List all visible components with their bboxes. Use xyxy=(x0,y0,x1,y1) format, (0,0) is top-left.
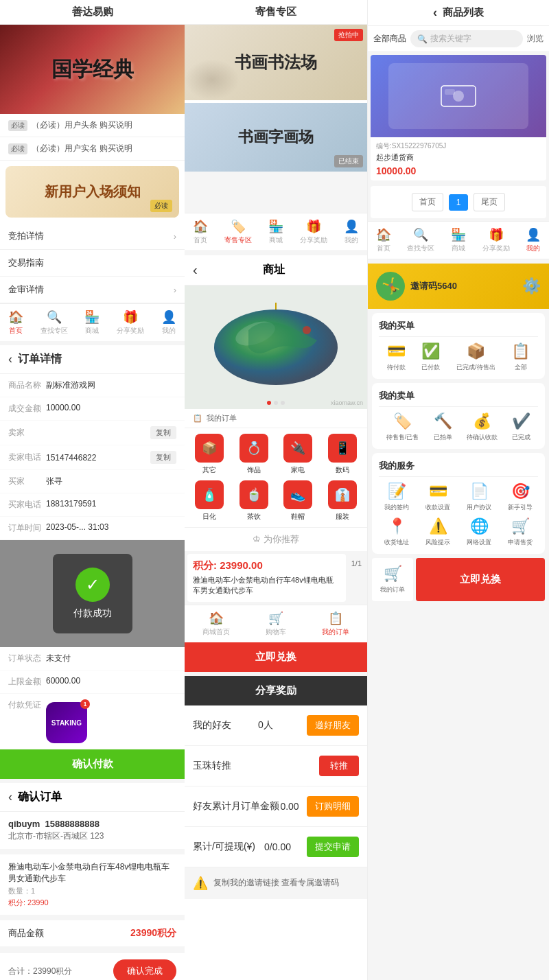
service-risk[interactable]: ⚠️ 风险提示 xyxy=(420,517,456,547)
confirm-title: 确认订单 xyxy=(18,790,62,804)
col3-nav-search[interactable]: 🔍 查找专区 xyxy=(407,227,434,253)
confirm-header: ‹ 确认订单 xyxy=(0,783,185,812)
store-redeem-btn[interactable]: 立即兑换 xyxy=(185,642,367,672)
category-shoes-label: 鞋帽 xyxy=(291,512,305,522)
col1-menu3[interactable]: 金审详情 › xyxy=(0,277,185,303)
order-status-all[interactable]: 📋 全部 xyxy=(511,342,530,372)
store-nav-home[interactable]: 🏠 商城首页 xyxy=(202,611,230,637)
service-contract[interactable]: 📝 我的签约 xyxy=(379,482,414,512)
share-monthly-btn[interactable]: 订购明细 xyxy=(307,796,359,817)
category-appliance[interactable]: 🔌 家电 xyxy=(279,434,318,475)
my-bottom-bar: 🛒 我的订单 立即兑换 xyxy=(372,558,545,601)
confirm-pay-btn[interactable]: 确认付款 xyxy=(0,749,185,779)
category-jewelry[interactable]: 💍 饰品 xyxy=(235,434,274,475)
prev-page-btn[interactable]: 首页 xyxy=(412,193,443,211)
order-status-pending[interactable]: 💳 待付款 xyxy=(387,342,406,372)
next-page-btn[interactable]: 尾页 xyxy=(474,193,505,211)
service-sell[interactable]: 🛒 申请售货 xyxy=(502,517,538,547)
my-gear-icon[interactable]: ⚙️ xyxy=(522,277,541,295)
service-guide[interactable]: 🎯 新手引导 xyxy=(502,482,538,512)
category-daily[interactable]: 🧴 日化 xyxy=(190,480,229,522)
sell-status-bid[interactable]: 🔨 已拍单 xyxy=(434,412,452,442)
store-nav-icon: 🏪 xyxy=(84,310,100,325)
svg-rect-6 xyxy=(445,89,455,95)
share-monthly-value: 0.00 xyxy=(280,801,299,812)
col3-browse-btn[interactable]: 浏览 xyxy=(527,33,544,45)
field-value-buyer: 张寻 xyxy=(46,476,62,487)
col1-nav-store[interactable]: 🏪 商城 xyxy=(84,310,100,336)
sell-status-done[interactable]: ✔️ 已完成 xyxy=(512,412,530,442)
col3-nav-home[interactable]: 🏠 首页 xyxy=(376,227,391,253)
order-field-limit: 上限金额 60000.00 xyxy=(0,670,185,694)
seller-phone-copy-btn[interactable]: 复制 xyxy=(150,451,176,464)
col1-promo-badge: 必读 xyxy=(150,200,172,212)
col3-product-price: 10000.00 xyxy=(376,165,541,176)
col2-nav-home[interactable]: 🏠 首页 xyxy=(193,219,208,245)
pending-icon: 💳 xyxy=(387,342,406,360)
col2-banner1[interactable]: 书画书法场 抢拍中 xyxy=(185,25,367,100)
store-nav-cart[interactable]: 🛒 购物车 xyxy=(266,611,286,637)
search-icon: 🔍 xyxy=(417,34,428,44)
current-page-btn[interactable]: 1 xyxy=(449,194,469,211)
col1-nav-my[interactable]: 👤 我的 xyxy=(161,310,176,336)
order-status-paid[interactable]: ✅ 已付款 xyxy=(421,342,440,372)
category-other-label: 其它 xyxy=(202,465,216,475)
col2-nav-share[interactable]: 🎁 分享奖励 xyxy=(300,219,327,245)
share-withdraw-btn[interactable]: 提交申请 xyxy=(307,837,359,857)
col2-banner2[interactable]: 书画字画场 已结束 xyxy=(185,103,367,172)
svg-point-2 xyxy=(303,326,311,334)
service-network[interactable]: 🌐 网络设置 xyxy=(461,517,497,547)
confirm-submit-btn[interactable]: 确认完成 xyxy=(113,959,176,980)
category-clothes[interactable]: 👔 服装 xyxy=(323,480,362,522)
store-product-name: 雅迪电动车小金禁电动自行车48v锂电电瓶车男女通勤代步车 xyxy=(193,575,340,596)
my-invite-code: 邀请码5640 xyxy=(410,280,457,292)
col1-nav-share[interactable]: 🎁 分享奖励 xyxy=(117,310,144,336)
my-sell-items: 🏷️ 待售售/已售 🔨 已拍单 💰 待确认收款 ✔️ 已完成 xyxy=(379,412,538,442)
col1-menu1[interactable]: 竞拍详情 › xyxy=(0,223,185,250)
col3-back-icon[interactable]: ‹ xyxy=(433,5,437,20)
col1-nav-search[interactable]: 🔍 查找专区 xyxy=(40,310,68,336)
category-digital-label: 数码 xyxy=(336,465,349,475)
col2-nav-consign[interactable]: 🏷️ 寄售专区 xyxy=(224,219,252,245)
category-other[interactable]: 📦 其它 xyxy=(190,434,229,475)
sell-pending-label: 待售售/已售 xyxy=(386,433,419,442)
col3-search-box[interactable]: 🔍 搜索关键字 xyxy=(410,30,523,47)
order-status-completed[interactable]: 📦 已完成/待售出 xyxy=(456,342,495,372)
share-jade-btn[interactable]: 转推 xyxy=(319,756,359,776)
menu1-arrow: › xyxy=(174,231,176,242)
col3-product-name: 起步通货商 xyxy=(376,152,541,163)
col3-share-label: 分享奖励 xyxy=(482,244,510,253)
sell-status-confirm[interactable]: 💰 待确认收款 xyxy=(467,412,498,442)
pay-success-text: 付款成功 xyxy=(73,607,112,620)
col3-product-card[interactable]: 编号:SX15222976705J 起步通货商 10000.00 xyxy=(371,55,546,180)
col2-nav-my[interactable]: 👤 我的 xyxy=(344,219,359,245)
col3-nav: 🏠 首页 🔍 查找专区 🏪 商城 🎁 分享奖励 👤 我的 xyxy=(368,221,549,259)
col3-nav-share[interactable]: 🎁 分享奖励 xyxy=(482,227,510,253)
store-nav-orders[interactable]: 📋 我的订单 xyxy=(322,611,349,637)
my-nav-icon: 👤 xyxy=(161,310,176,325)
category-digital[interactable]: 📱 数码 xyxy=(323,434,362,475)
service-address[interactable]: 📍 收货地址 xyxy=(379,517,414,547)
category-shoes[interactable]: 👟 鞋帽 xyxy=(279,480,318,522)
category-clothes-label: 服装 xyxy=(336,512,349,522)
my-cart-btn[interactable]: 🛒 我的订单 xyxy=(372,558,413,601)
col3-nav-my[interactable]: 👤 我的 xyxy=(526,227,541,253)
share-friends-btn[interactable]: 邀好朋友 xyxy=(307,715,359,736)
category-tea[interactable]: 🍵 茶饮 xyxy=(235,480,274,522)
confirm-back-icon[interactable]: ‹ xyxy=(8,790,12,804)
service-agreement[interactable]: 📄 用户协议 xyxy=(461,482,497,512)
service-payment[interactable]: 💳 收款设置 xyxy=(420,482,456,512)
order-back-icon[interactable]: ‹ xyxy=(8,352,12,366)
col1-nav-home[interactable]: 🏠 首页 xyxy=(8,310,23,336)
my-redeem-btn[interactable]: 立即兑换 xyxy=(416,558,545,601)
share-row-jade: 玉珠转推 转推 xyxy=(185,746,367,786)
store-product-card[interactable]: 积分: 23990.00 雅迪电动车小金禁电动自行车48v锂电电瓶车男女通勤代步… xyxy=(187,554,346,602)
store-categories: 📦 其它 💍 饰品 🔌 家电 📱 数码 🧴 日化 xyxy=(185,428,367,527)
menu2-label: 交易指南 xyxy=(8,257,44,268)
store-back-icon[interactable]: ‹ xyxy=(193,262,198,278)
seller-copy-btn[interactable]: 复制 xyxy=(150,426,176,439)
col3-nav-mall[interactable]: 🏪 商城 xyxy=(451,227,466,253)
sell-status-pending[interactable]: 🏷️ 待售售/已售 xyxy=(386,412,419,442)
col2-nav-mall[interactable]: 🏪 商城 xyxy=(268,219,283,245)
col3-my-label: 我的 xyxy=(526,244,540,253)
